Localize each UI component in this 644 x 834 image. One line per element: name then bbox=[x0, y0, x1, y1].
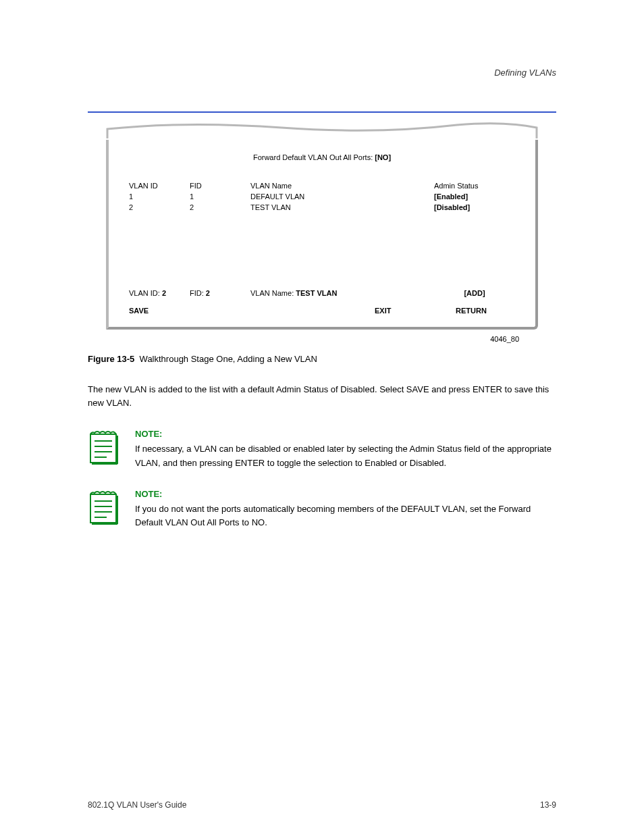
svg-rect-8 bbox=[116, 496, 118, 524]
screen-panel: Forward Default VLAN Out All Ports: [NO]… bbox=[106, 120, 538, 343]
note-block: NOTE: If necessary, a VLAN can be disabl… bbox=[88, 427, 556, 469]
table-row: 1 1 DEFAULT VLAN [Enabled] bbox=[129, 191, 515, 202]
forward-default-value[interactable]: [NO] bbox=[375, 153, 391, 161]
cell-vlan-id: 1 bbox=[129, 191, 190, 202]
forward-default-label: Forward Default VLAN Out All Ports: bbox=[253, 153, 373, 161]
note-body: If necessary, a VLAN can be disabled or … bbox=[135, 442, 556, 469]
col-header-vlan-id: VLAN ID bbox=[129, 180, 190, 191]
col-header-fid: FID bbox=[190, 180, 250, 191]
exit-button[interactable]: EXIT bbox=[375, 307, 456, 315]
cell-fid: 1 bbox=[190, 191, 250, 202]
fid-field[interactable]: 2 bbox=[206, 289, 210, 297]
header-rule bbox=[88, 111, 556, 113]
button-row: SAVE EXIT RETURN bbox=[129, 307, 515, 315]
fid-label: FID: bbox=[190, 289, 204, 297]
body-paragraph: The new VLAN is added to the list with a… bbox=[88, 383, 556, 410]
svg-rect-2 bbox=[92, 463, 117, 465]
cell-admin-status[interactable]: [Disabled] bbox=[434, 202, 515, 213]
vlan-name-label: VLAN Name: bbox=[250, 289, 294, 297]
cell-vlan-name: TEST VLAN bbox=[250, 202, 434, 213]
panel-torn-top bbox=[106, 120, 538, 140]
vlan-name-field[interactable]: TEST VLAN bbox=[296, 289, 337, 297]
note-label: NOTE: bbox=[135, 427, 556, 441]
cell-vlan-id: 2 bbox=[129, 202, 190, 213]
cell-vlan-name: DEFAULT VLAN bbox=[250, 191, 434, 202]
page-footer: 802.1Q VLAN User's Guide 13-9 bbox=[88, 800, 556, 810]
figure-caption-lead: Figure 13-5 bbox=[88, 354, 134, 364]
svg-rect-1 bbox=[116, 436, 118, 464]
figure-id: 4046_80 bbox=[106, 335, 538, 343]
input-row: VLAN ID: 2 FID: 2 VLAN Name: TEST VLAN [… bbox=[129, 289, 515, 297]
vlan-table: VLAN ID FID VLAN Name Admin Status 1 1 D… bbox=[129, 180, 515, 213]
note-label: NOTE: bbox=[135, 488, 556, 501]
return-button[interactable]: RETURN bbox=[456, 307, 515, 315]
table-header-row: VLAN ID FID VLAN Name Admin Status bbox=[129, 180, 515, 191]
vlan-id-label: VLAN ID: bbox=[129, 289, 160, 297]
note-block: NOTE: If you do not want the ports autom… bbox=[88, 488, 556, 529]
cell-fid: 2 bbox=[190, 202, 250, 213]
notepad-icon bbox=[88, 488, 120, 529]
figure-caption-text: Walkthrough Stage One, Adding a New VLAN bbox=[140, 354, 317, 364]
col-header-vlan-name: VLAN Name bbox=[250, 180, 434, 191]
forward-default-row: Forward Default VLAN Out All Ports: [NO] bbox=[129, 153, 515, 161]
add-button[interactable]: [ADD] bbox=[434, 289, 515, 297]
vlan-id-field[interactable]: 2 bbox=[162, 289, 166, 297]
save-button[interactable]: SAVE bbox=[129, 307, 375, 315]
svg-rect-9 bbox=[92, 523, 117, 525]
svg-rect-7 bbox=[90, 494, 116, 523]
svg-rect-0 bbox=[90, 434, 116, 463]
table-row: 2 2 TEST VLAN [Disabled] bbox=[129, 202, 515, 213]
col-header-admin-status: Admin Status bbox=[434, 180, 515, 191]
footer-right: 13-9 bbox=[540, 800, 556, 810]
notepad-icon bbox=[88, 427, 120, 469]
cell-admin-status[interactable]: [Enabled] bbox=[434, 191, 515, 202]
figure-caption: Figure 13-5 Walkthrough Stage One, Addin… bbox=[88, 354, 556, 364]
note-body: If you do not want the ports automatical… bbox=[135, 502, 556, 529]
breadcrumb: Defining VLANs bbox=[88, 68, 556, 78]
footer-left: 802.1Q VLAN User's Guide bbox=[88, 800, 186, 810]
